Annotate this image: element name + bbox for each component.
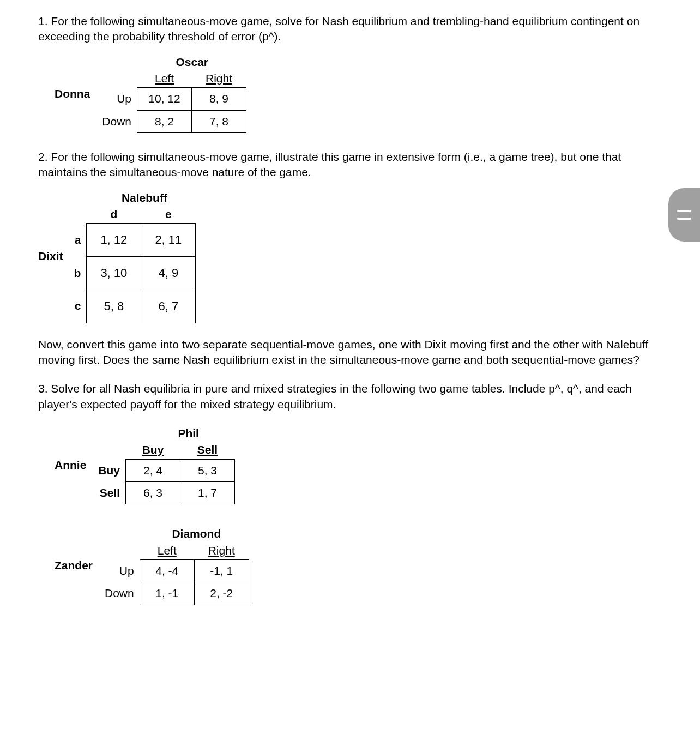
side-menu-button[interactable] xyxy=(668,188,700,242)
payoff-cell: 6, 7 xyxy=(141,290,196,323)
payoff-cell: 3, 10 xyxy=(87,257,141,290)
payoff-cell: 4, -4 xyxy=(140,559,194,582)
game-1: Donna Oscar Left Right Up 10, 12 8, 9 Do… xyxy=(55,55,662,133)
row-player-label: Zander xyxy=(55,558,93,573)
game-3a: Annie Phil Buy Sell Buy 2, 4 5, 3 Sell 6… xyxy=(55,426,662,504)
menu-bar-icon xyxy=(677,218,691,220)
game-1-table: Left Right Up 10, 12 8, 9 Down 8, 2 7, 8 xyxy=(96,70,246,133)
payoff-cell: 6, 3 xyxy=(126,481,180,504)
row-header: c xyxy=(69,290,87,323)
payoff-cell: 1, 7 xyxy=(180,481,235,504)
game-3a-table: Buy Sell Buy 2, 4 5, 3 Sell 6, 3 1, 7 xyxy=(93,441,235,504)
payoff-cell: -1, 1 xyxy=(194,559,249,582)
col-player-label: Diamond xyxy=(144,526,249,541)
payoff-cell: 2, -2 xyxy=(194,582,249,605)
row-header: Sell xyxy=(93,481,125,504)
payoff-cell: 5, 8 xyxy=(87,290,141,323)
menu-bar-icon xyxy=(677,210,691,212)
row-header: Down xyxy=(96,110,137,132)
payoff-cell: 4, 9 xyxy=(141,257,196,290)
game-2-table: d e a 1, 12 2, 11 b 3, 10 4, 9 c 5, 8 6,… xyxy=(69,206,196,323)
payoff-cell: 8, 9 xyxy=(192,88,246,110)
col-player-label: Phil xyxy=(142,426,235,441)
row-header: Up xyxy=(99,559,140,582)
row-player-label: Dixit xyxy=(38,249,63,264)
game-3b-table: Left Right Up 4, -4 -1, 1 Down 1, -1 2, … xyxy=(99,542,249,605)
payoff-cell: 2, 4 xyxy=(126,459,180,481)
row-player-label: Donna xyxy=(55,86,90,101)
row-header: Up xyxy=(96,88,137,110)
question-3-text: 3. Solve for all Nash equilibria in pure… xyxy=(38,381,662,412)
question-1-text: 1. For the following simultaneous-move g… xyxy=(38,14,662,45)
col-header: Right xyxy=(194,542,249,560)
question-1: 1. For the following simultaneous-move g… xyxy=(38,14,662,133)
row-header: b xyxy=(69,257,87,290)
payoff-cell: 2, 11 xyxy=(141,224,196,257)
question-2-followup: Now, convert this game into two separate… xyxy=(38,337,662,368)
row-player-label: Annie xyxy=(55,457,86,473)
payoff-cell: 1, -1 xyxy=(140,582,194,605)
game-2: Dixit Nalebuff d e a 1, 12 2, 11 b 3, 10… xyxy=(38,190,662,323)
row-header: Down xyxy=(99,582,140,605)
col-header: d xyxy=(87,206,141,224)
game-3b: Zander Diamond Left Right Up 4, -4 -1, 1… xyxy=(55,526,662,605)
col-player-label: Nalebuff xyxy=(93,190,196,206)
payoff-cell: 10, 12 xyxy=(137,88,192,110)
col-header: Right xyxy=(192,70,246,88)
row-header: Buy xyxy=(93,459,125,481)
question-3: 3. Solve for all Nash equilibria in pure… xyxy=(38,381,662,605)
question-2-text: 2. For the following simultaneous-move g… xyxy=(38,149,662,180)
question-2: 2. For the following simultaneous-move g… xyxy=(38,149,662,368)
col-header: Left xyxy=(140,542,194,560)
payoff-cell: 7, 8 xyxy=(192,110,246,132)
payoff-cell: 1, 12 xyxy=(87,224,141,257)
row-header: a xyxy=(69,224,87,257)
col-player-label: Oscar xyxy=(137,55,246,70)
payoff-cell: 5, 3 xyxy=(180,459,235,481)
col-header: Left xyxy=(137,70,192,88)
col-header: Sell xyxy=(180,441,235,459)
payoff-cell: 8, 2 xyxy=(137,110,192,132)
col-header: e xyxy=(141,206,196,224)
col-header: Buy xyxy=(126,441,180,459)
